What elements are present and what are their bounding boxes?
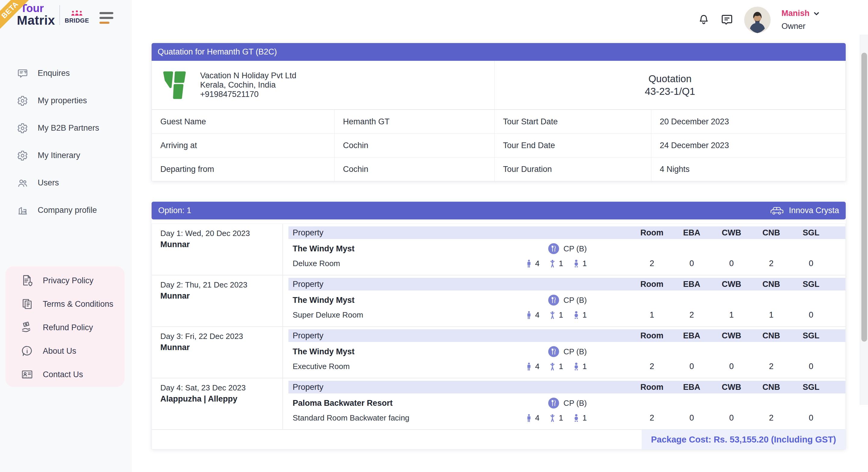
- column-header: EBA: [672, 226, 712, 239]
- user-menu[interactable]: Manish Owner: [781, 9, 820, 31]
- hamburger-line: [99, 17, 113, 19]
- infant-count: 1: [583, 362, 587, 371]
- cwb-count: 1: [712, 310, 751, 320]
- property-header-label: Property: [288, 329, 632, 342]
- brand-bridge-block: BRIDGE: [65, 6, 89, 24]
- sidebar-policy-section: Privacy Policy Terms & Conditions Refund…: [5, 266, 124, 387]
- meal-plan-label: CP (B): [563, 296, 587, 305]
- sidebar-item-privacy-policy[interactable]: Privacy Policy: [5, 269, 124, 292]
- sidebar-item-label: My B2B Partners: [38, 124, 99, 133]
- child-icon: [548, 362, 557, 371]
- adult-count: 4: [535, 362, 539, 371]
- notifications-button[interactable]: [698, 14, 710, 26]
- property-header-label: Property: [288, 226, 632, 239]
- itinerary-day-row: Day 2: Thu, 21 Dec 2023 Munnar Property …: [152, 275, 845, 327]
- day-date: Day 1: Wed, 20 Dec 2023: [160, 229, 282, 238]
- column-header: SGL: [791, 329, 831, 342]
- sidebar-item-about-us[interactable]: About Us: [5, 339, 124, 363]
- child-count: 1: [559, 310, 563, 320]
- property-header-strip: Property Room EBA CWB CNB SGL: [288, 226, 845, 239]
- scrollbar-thumb[interactable]: [861, 53, 867, 342]
- cwb-count: 0: [712, 413, 751, 423]
- quotation-number-cell: Quotation 43-23-1/Q1: [495, 61, 845, 109]
- day-city: Munnar: [160, 343, 282, 352]
- property-header-label: Property: [288, 278, 632, 291]
- sgl-count: 0: [791, 259, 831, 268]
- child-count: 1: [559, 362, 563, 371]
- gear-icon: [17, 95, 28, 106]
- column-header: Room: [632, 381, 672, 394]
- itinerary-day-row: Day 4: Sat, 23 Dec 2023 Alappuzha | Alle…: [152, 378, 845, 430]
- adult-count: 4: [535, 413, 539, 423]
- info-value-cell: Cochin: [335, 158, 495, 181]
- sidebar-item-users[interactable]: Users: [0, 169, 132, 197]
- tour-info-table: Guest Name Hemanth GT Tour Start Date 20…: [152, 109, 846, 181]
- sidebar-nav: Enquires My properties My B2B Partners M…: [0, 60, 132, 224]
- meal-plan: CP (B): [548, 398, 587, 408]
- cwb-count: 0: [712, 259, 751, 268]
- sidebar-item-refund-policy[interactable]: Refund Policy: [5, 316, 124, 339]
- gear-icon: [17, 150, 28, 161]
- people-icon: [70, 10, 84, 16]
- column-header: CWB: [712, 381, 751, 394]
- child-count: 1: [559, 259, 563, 268]
- option-title: Option: 1: [158, 206, 191, 215]
- infant-icon: [572, 362, 581, 371]
- chat-question-icon: [17, 68, 28, 79]
- sidebar-item-contact-us[interactable]: Contact Us: [5, 363, 124, 386]
- users-icon: [17, 178, 28, 189]
- sidebar-item-label: Users: [38, 178, 59, 188]
- day-date: Day 2: Thu, 21 Dec 2023: [160, 280, 282, 290]
- adult-icon: [524, 414, 533, 423]
- sidebar-item-my-properties[interactable]: My properties: [0, 87, 132, 114]
- eba-count: 0: [672, 413, 712, 423]
- quotation-company-row: Vacation N Holiday Pvt Ltd Kerala, Cochi…: [152, 61, 846, 109]
- fork-knife-icon: [548, 243, 559, 254]
- column-header: CNB: [751, 381, 791, 394]
- sidebar-item-my-itinerary[interactable]: My Itinerary: [0, 142, 132, 169]
- itinerary-day-row: Day 3: Fri, 22 Dec 2023 Munnar Property …: [152, 327, 845, 378]
- info-label-cell: Tour Duration: [495, 158, 651, 181]
- scrollbar-track[interactable]: [860, 35, 868, 405]
- meal-plan: CP (B): [548, 243, 587, 254]
- sidebar-item-label: Terms & Conditions: [43, 300, 113, 309]
- child-count: 1: [559, 413, 563, 423]
- room-count: 2: [632, 362, 672, 371]
- user-role: Owner: [781, 22, 820, 31]
- child-icon: [548, 414, 557, 423]
- hamburger-line-accent: [99, 22, 110, 24]
- main-content: Manish Owner Quatation for Hemanth GT (B…: [132, 0, 868, 472]
- column-header: EBA: [672, 278, 712, 291]
- infant-icon: [572, 311, 581, 320]
- chevron-down-icon: [813, 10, 820, 17]
- day-date: Day 3: Fri, 22 Dec 2023: [160, 332, 282, 341]
- day-date: Day 4: Sat, 23 Dec 2023: [160, 383, 282, 393]
- messages-button[interactable]: [721, 13, 733, 26]
- quotation-card: Quatation for Hemanth GT (B2C) Vacation …: [152, 43, 846, 181]
- property-header-strip: Property Room EBA CWB CNB SGL: [288, 329, 845, 342]
- column-header: CNB: [751, 278, 791, 291]
- hamburger-menu-button[interactable]: [99, 12, 113, 24]
- brand-bridge-text: BRIDGE: [65, 17, 89, 24]
- infant-count: 1: [583, 310, 587, 320]
- meal-plan-label: CP (B): [563, 244, 587, 254]
- meal-plan: CP (B): [548, 295, 587, 306]
- room-count: 2: [632, 259, 672, 268]
- room-count: 1: [632, 310, 672, 320]
- sidebar-item-terms-conditions[interactable]: Terms & Conditions: [5, 292, 124, 316]
- user-name: Manish: [781, 9, 809, 18]
- sidebar-item-my-b2b-partners[interactable]: My B2B Partners: [0, 114, 132, 142]
- sidebar: BETA Tour Matrix BRIDGE Enquires: [0, 0, 132, 472]
- sidebar-item-enquires[interactable]: Enquires: [0, 60, 132, 87]
- document-shield-icon: [21, 274, 33, 286]
- sidebar-item-company-profile[interactable]: Company profile: [0, 197, 132, 224]
- chat-icon: [721, 13, 733, 26]
- infant-icon: [572, 259, 581, 268]
- room-type: Executive Room: [293, 362, 350, 371]
- info-label-cell: Arriving at: [152, 134, 335, 158]
- info-value-cell: 24 December 2023: [651, 134, 846, 158]
- avatar[interactable]: [744, 7, 771, 33]
- brand-logo[interactable]: Tour Matrix BRIDGE: [17, 3, 89, 27]
- adult-icon: [524, 362, 533, 371]
- child-icon: [548, 311, 557, 320]
